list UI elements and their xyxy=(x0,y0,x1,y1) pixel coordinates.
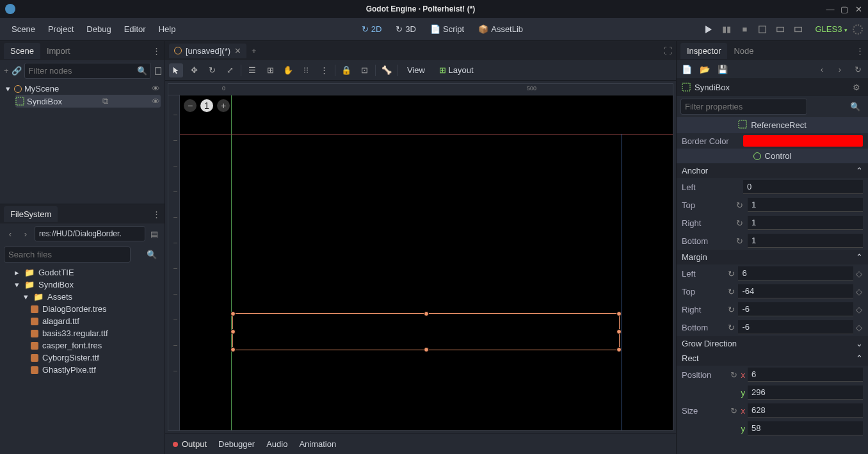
group-icon[interactable]: ⊡ xyxy=(357,63,371,77)
file-item[interactable]: GhastlyPixe.ttf xyxy=(4,364,161,376)
menu-scene[interactable]: Scene xyxy=(5,20,42,38)
maximize-icon[interactable]: ▢ xyxy=(840,4,849,14)
anchor-right-input[interactable] xyxy=(748,216,863,230)
stop-button[interactable]: ■ xyxy=(738,23,751,36)
margin-bottom-input[interactable] xyxy=(738,320,853,334)
path-input[interactable]: res://HUD/DialogBorder. xyxy=(35,226,145,241)
spinner-icon[interactable]: ◇ xyxy=(856,305,863,314)
file-item[interactable]: alagard.ttf xyxy=(4,315,161,327)
filter-properties-input[interactable] xyxy=(680,99,807,115)
list-tool[interactable]: ☰ xyxy=(245,63,259,77)
chevron-down-icon[interactable]: ▾ xyxy=(4,84,12,93)
mode-script-button[interactable]: 📄Script xyxy=(424,20,470,38)
class-header-referencerect[interactable]: ReferenceRect xyxy=(677,117,868,133)
document-tab[interactable]: [unsaved](*) ✕ xyxy=(169,44,246,58)
tab-node[interactable]: Node xyxy=(727,43,760,59)
view-menu[interactable]: View xyxy=(402,63,430,77)
tab-scene[interactable]: Scene xyxy=(4,43,40,59)
minimize-icon[interactable]: — xyxy=(826,4,835,14)
layout-menu[interactable]: ⊞ Layout xyxy=(434,63,479,77)
tab-animation[interactable]: Animation xyxy=(299,439,336,449)
chevron-icon[interactable]: ▾ xyxy=(22,292,29,302)
anchor-left-input[interactable] xyxy=(743,180,863,194)
panel-menu-icon[interactable]: ⋮ xyxy=(856,46,864,56)
lock-tool[interactable]: ⊞ xyxy=(263,63,277,77)
file-item[interactable]: CyborgSister.ttf xyxy=(4,352,161,364)
file-item[interactable]: casper_font.tres xyxy=(4,339,161,352)
zoom-out-button[interactable]: − xyxy=(184,99,197,112)
view-mode-button[interactable]: ▤ xyxy=(148,227,161,240)
anchor-top-input[interactable] xyxy=(748,198,863,212)
margin-right-input[interactable] xyxy=(738,302,853,316)
mode-2d-button[interactable]: ↻2D xyxy=(355,20,389,38)
spinner-icon[interactable]: ◇ xyxy=(856,269,863,279)
scale-tool[interactable]: ⤢ xyxy=(223,63,237,77)
group-grow-direction[interactable]: Grow Direction⌄ xyxy=(677,336,868,351)
reset-icon[interactable]: ↻ xyxy=(736,218,745,228)
search-files-input[interactable] xyxy=(4,247,131,263)
play-button[interactable] xyxy=(702,23,715,36)
tab-audio[interactable]: Audio xyxy=(266,439,287,449)
file-item[interactable]: basis33.regular.ttf xyxy=(4,327,161,339)
history-forward-button[interactable]: › xyxy=(833,63,846,76)
anchor-bottom-input[interactable] xyxy=(748,234,863,248)
visibility-icon[interactable]: 👁 xyxy=(152,97,161,106)
lock-icon[interactable]: 🔒 xyxy=(339,63,353,77)
filter-nodes-input[interactable] xyxy=(24,63,151,79)
renderer-dropdown[interactable]: GLES3 ▾ xyxy=(815,24,848,34)
chevron-icon[interactable]: ▾ xyxy=(13,280,20,289)
save-resource-button[interactable]: 💾 xyxy=(716,63,729,76)
new-tab-button[interactable]: + xyxy=(246,44,262,58)
ruler-tool[interactable]: ⁝⁝ xyxy=(299,63,313,77)
history-back-button[interactable]: ‹ xyxy=(816,63,828,76)
size-x-input[interactable] xyxy=(748,403,863,418)
reset-icon[interactable]: ↻ xyxy=(728,305,735,314)
selection-rect[interactable] xyxy=(232,313,620,350)
folder-item[interactable]: ▾📁Assets xyxy=(4,291,161,303)
file-item[interactable]: DialogBorder.tres xyxy=(4,303,161,315)
pan-tool[interactable]: ✋ xyxy=(281,63,295,77)
folder-item[interactable]: ▸📁GodotTIE xyxy=(4,266,161,279)
history-refresh-button[interactable]: ↻ xyxy=(851,63,864,76)
margin-left-input[interactable] xyxy=(738,266,853,280)
object-settings-icon[interactable]: ⚙ xyxy=(850,81,863,93)
size-y-input[interactable] xyxy=(748,421,863,435)
tab-import[interactable]: Import xyxy=(40,43,77,59)
spinner-icon[interactable]: ◇ xyxy=(856,323,863,332)
reset-icon[interactable]: ↻ xyxy=(728,287,735,296)
spinner-icon[interactable]: ◇ xyxy=(856,287,863,296)
play-custom2-button[interactable] xyxy=(792,23,805,36)
margin-top-input[interactable] xyxy=(738,284,853,298)
group-margin[interactable]: Margin⌃ xyxy=(677,250,868,264)
group-rect[interactable]: Rect⌃ xyxy=(677,351,868,366)
load-resource-button[interactable]: 📂 xyxy=(698,63,711,76)
reset-icon[interactable]: ↻ xyxy=(730,370,739,380)
close-icon[interactable]: ✕ xyxy=(854,4,863,14)
zoom-in-button[interactable]: + xyxy=(217,99,230,112)
menu-editor[interactable]: Editor xyxy=(118,20,152,38)
panel-menu-icon[interactable]: ⋮ xyxy=(152,46,161,56)
play-scene-button[interactable] xyxy=(756,23,769,36)
group-anchor[interactable]: Anchor⌃ xyxy=(677,163,868,178)
reset-icon[interactable]: ↻ xyxy=(736,236,745,246)
position-x-input[interactable] xyxy=(748,368,863,382)
class-header-control[interactable]: Control xyxy=(677,149,868,163)
menu-debug[interactable]: Debug xyxy=(80,20,117,38)
scene-root-node[interactable]: ▾ MyScene 👁 xyxy=(4,83,161,95)
mode-assetlib-button[interactable]: 📦AssetLib xyxy=(472,20,529,38)
forward-button[interactable]: › xyxy=(19,227,32,240)
reset-icon[interactable]: ↻ xyxy=(736,200,745,210)
reset-icon[interactable]: ↻ xyxy=(728,323,735,332)
bone-tool[interactable]: 🦴 xyxy=(380,63,394,77)
open-scene-icon[interactable]: ⧉ xyxy=(102,96,111,106)
menu-project[interactable]: Project xyxy=(42,20,80,38)
pause-button[interactable]: ▮▮ xyxy=(720,23,733,36)
panel-menu-icon[interactable]: ⋮ xyxy=(152,209,161,219)
back-button[interactable]: ‹ xyxy=(4,227,17,240)
move-tool[interactable]: ✥ xyxy=(187,63,201,77)
rotate-tool[interactable]: ↻ xyxy=(205,63,219,77)
viewport-2d[interactable]: 0 500 − 1 + xyxy=(168,83,673,431)
reset-icon[interactable]: ↻ xyxy=(728,269,735,279)
instance-scene-button[interactable]: 🔗 xyxy=(12,65,22,77)
add-node-button[interactable]: + xyxy=(4,65,9,77)
